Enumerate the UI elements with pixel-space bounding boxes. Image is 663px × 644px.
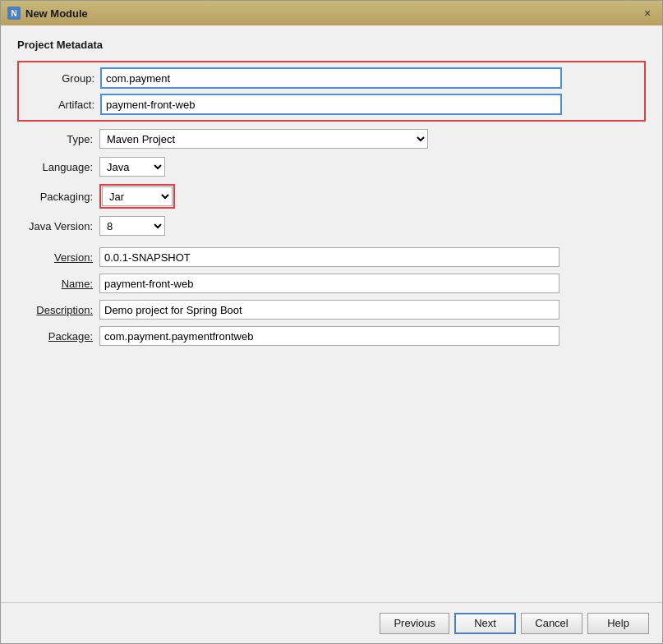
artifact-row: Artifact: [19,94,644,115]
description-row: Description: [17,299,646,320]
type-select[interactable]: Maven Project [99,129,428,149]
package-row: Package: [17,325,646,347]
name-label: Name: [17,278,99,290]
title-bar-left: N New Module [7,7,88,20]
group-label: Group: [19,72,101,85]
type-row: Type: Maven Project [17,128,646,150]
package-input[interactable] [99,326,559,346]
dialog-title: New Module [25,7,88,20]
name-input[interactable] [99,274,559,293]
previous-button[interactable]: Previous [380,613,449,634]
package-label: Package: [17,330,99,343]
name-row: Name: [17,273,646,294]
java-version-select[interactable]: 8 11 17 [99,216,165,236]
version-input[interactable] [99,247,559,267]
group-row: Group: [19,67,644,89]
version-label: Version: [17,251,99,264]
packaging-select[interactable]: Jar War [102,186,173,206]
version-row: Version: [17,246,646,268]
java-version-label: Java Version: [17,220,99,232]
section-title: Project Metadata [17,39,646,51]
type-label: Type: [17,133,99,145]
packaging-label: Packaging: [17,191,99,203]
dialog-footer: Previous Next Cancel Help [1,602,662,643]
description-label: Description: [17,304,99,316]
title-bar: N New Module × [1,1,662,25]
cancel-button[interactable]: Cancel [521,613,582,634]
artifact-input[interactable] [101,94,561,114]
packaging-row: Packaging: Jar War [17,184,646,209]
language-select[interactable]: Java Kotlin Groovy [99,157,165,177]
new-module-dialog: N New Module × Project Metadata Group: A… [0,0,663,644]
artifact-label: Artifact: [19,99,101,111]
close-button[interactable]: × [639,5,656,21]
dialog-body: Project Metadata Group: Artifact: Type: … [1,25,662,602]
description-input[interactable] [99,300,559,320]
language-row: Language: Java Kotlin Groovy [17,156,646,177]
module-icon: N [7,7,21,20]
help-button[interactable]: Help [587,613,649,634]
group-input[interactable] [101,68,561,88]
next-button[interactable]: Next [454,613,516,634]
language-label: Language: [17,161,99,173]
java-version-row: Java Version: 8 11 17 [17,215,646,237]
